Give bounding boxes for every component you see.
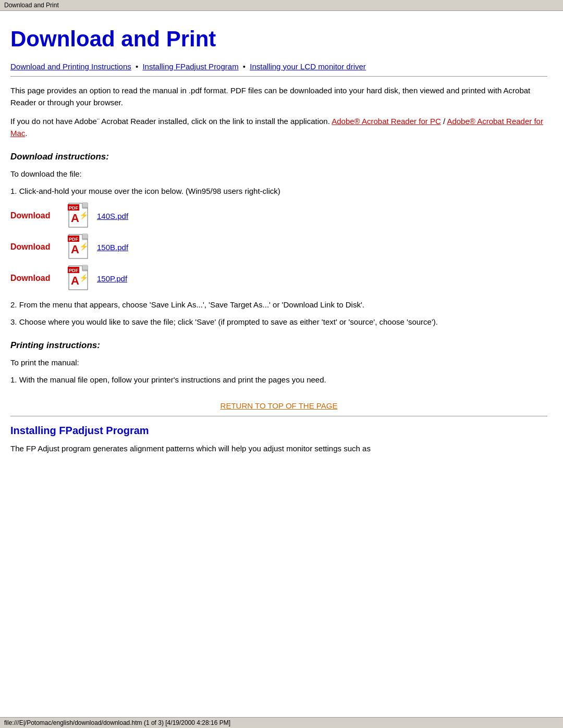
download-step-1: 1. Click-and-hold your mouse over the ic… bbox=[10, 186, 547, 198]
svg-rect-6 bbox=[82, 202, 88, 207]
svg-rect-15 bbox=[82, 233, 88, 239]
intro-paragraph-2: If you do not have Adobe¨ Acrobat Reader… bbox=[10, 116, 547, 139]
svg-text:A: A bbox=[71, 274, 79, 287]
acrobat-reader-pc-link[interactable]: Adobe® Acrobat Reader for PC bbox=[332, 117, 441, 126]
status-bar-text: file:///E|/Potomac/english/download/down… bbox=[4, 719, 230, 726]
svg-text:PDF: PDF bbox=[69, 268, 79, 273]
nav-separator-2: • bbox=[241, 62, 248, 71]
nav-separator-1: • bbox=[133, 62, 141, 71]
status-bar: file:///E|/Potomac/english/download/down… bbox=[0, 717, 563, 728]
pdf-link-3[interactable]: 150P.pdf bbox=[97, 274, 127, 283]
download-row-2: Download PDF A ⚡ 150B.pdf bbox=[10, 233, 547, 261]
download-row-1: Download PDF A ⚡ 140S.pdf bbox=[10, 202, 547, 229]
browser-title-bar: Download and Print bbox=[0, 0, 563, 11]
nav-link-download-instructions[interactable]: Download and Printing Instructions bbox=[10, 62, 131, 71]
acrobat-text-prefix: If you do not have Adobe¨ Acrobat Reader… bbox=[10, 117, 332, 126]
return-link-container: RETURN TO TOP OF THE PAGE bbox=[10, 401, 547, 411]
acrobat-slash: / bbox=[441, 117, 447, 126]
page-title: Download and Print bbox=[10, 27, 547, 52]
download-label-1: Download bbox=[10, 211, 68, 220]
download-label-3: Download bbox=[10, 274, 68, 283]
nav-link-lcd-driver[interactable]: Installing your LCD monitor driver bbox=[250, 62, 366, 71]
download-row-3: Download PDF A ⚡ 150P.pdf bbox=[10, 265, 547, 292]
pdf-icon-1: PDF A ⚡ bbox=[68, 202, 91, 229]
svg-text:A: A bbox=[71, 212, 79, 225]
installing-fpadjust-title: Installing FPadjust Program bbox=[10, 425, 547, 437]
download-step-3: 3. Choose where you would like to save t… bbox=[10, 316, 547, 328]
return-to-top-link[interactable]: RETURN TO TOP OF THE PAGE bbox=[221, 401, 338, 410]
download-label-2: Download bbox=[10, 242, 68, 252]
pdf-icon-3: PDF A ⚡ bbox=[68, 265, 91, 292]
download-instructions-title: Download instructions: bbox=[10, 152, 547, 162]
browser-title-text: Download and Print bbox=[4, 2, 59, 9]
svg-text:⚡: ⚡ bbox=[79, 274, 89, 282]
svg-text:PDF: PDF bbox=[69, 205, 79, 211]
pdf-link-2[interactable]: 150B.pdf bbox=[97, 243, 128, 252]
svg-text:⚡: ⚡ bbox=[79, 211, 89, 220]
nav-link-fpadjust[interactable]: Installing FPadjust Program bbox=[142, 62, 238, 71]
printing-instructions-title: Printing instructions: bbox=[10, 340, 547, 351]
page-content: Download and Print Download and Printing… bbox=[0, 11, 563, 491]
svg-text:⚡: ⚡ bbox=[79, 242, 89, 251]
divider-top bbox=[10, 76, 547, 77]
print-step-0: To print the manual: bbox=[10, 357, 547, 369]
svg-rect-24 bbox=[82, 265, 88, 270]
svg-text:A: A bbox=[71, 243, 79, 256]
pdf-link-1[interactable]: 140S.pdf bbox=[97, 212, 128, 220]
pdf-icon-2: PDF A ⚡ bbox=[68, 233, 91, 261]
intro-paragraph-1: This page provides an option to read the… bbox=[10, 85, 547, 108]
installing-fpadjust-paragraph: The FP Adjust program generates alignmen… bbox=[10, 443, 547, 455]
download-step-2: 2. From the menu that appears, choose 'S… bbox=[10, 299, 547, 311]
print-step-1: 1. With the manual file open, follow you… bbox=[10, 374, 547, 386]
divider-bottom bbox=[10, 416, 547, 416]
download-step-0: To download the file: bbox=[10, 168, 547, 180]
nav-links: Download and Printing Instructions • Ins… bbox=[10, 62, 547, 71]
svg-text:PDF: PDF bbox=[69, 237, 79, 242]
acrobat-suffix: . bbox=[25, 129, 27, 138]
